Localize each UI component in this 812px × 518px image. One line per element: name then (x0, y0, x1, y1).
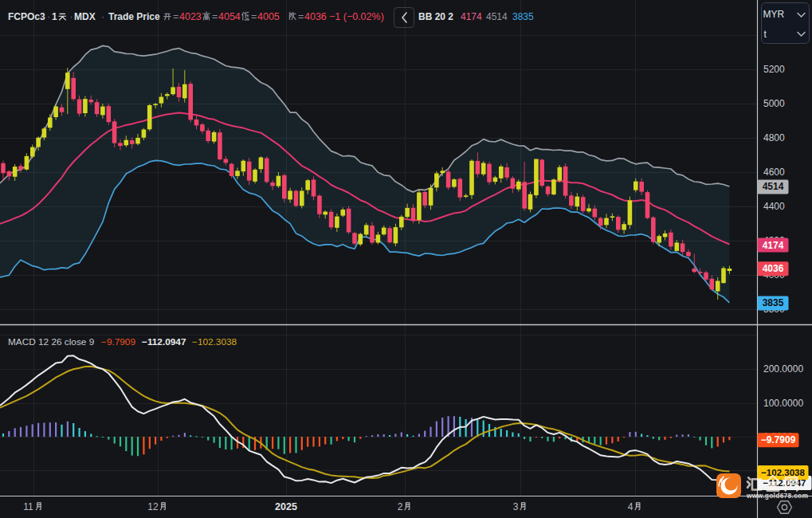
svg-text:3: 3 (513, 501, 519, 512)
svg-text:11: 11 (23, 501, 33, 512)
svg-text:www.gold678.com: www.gold678.com (746, 492, 808, 500)
svg-text:4: 4 (628, 501, 634, 512)
svg-text:3835: 3835 (763, 297, 784, 308)
svg-text:Trade Price: Trade Price (108, 11, 160, 22)
svg-text:MYR: MYR (763, 9, 785, 20)
svg-text:=: = (212, 11, 218, 22)
svg-text:FCPOc3: FCPOc3 (8, 11, 45, 22)
svg-text:5200: 5200 (763, 64, 785, 75)
svg-text:−9.7909: −9.7909 (101, 336, 135, 347)
svg-text:200.0000: 200.0000 (763, 363, 803, 375)
svg-text:100.0000: 100.0000 (763, 398, 803, 409)
svg-text:4036: 4036 (763, 263, 784, 274)
svg-text:4514: 4514 (486, 11, 508, 22)
svg-text:4054: 4054 (218, 11, 241, 22)
svg-text:3835: 3835 (512, 11, 534, 22)
svg-text:=: = (251, 11, 257, 22)
svg-text:4800: 4800 (763, 132, 785, 143)
svg-text:4400: 4400 (763, 201, 785, 212)
svg-text:−102.3038: −102.3038 (192, 336, 237, 347)
svg-text:·: · (101, 11, 104, 22)
svg-text:4005: 4005 (257, 11, 280, 22)
svg-text:5000: 5000 (763, 98, 785, 109)
svg-text:MACD 12 26 close 9: MACD 12 26 close 9 (8, 336, 94, 347)
svg-text:4023: 4023 (179, 11, 202, 22)
svg-text:MDX: MDX (74, 11, 96, 22)
svg-text:4600: 4600 (763, 167, 785, 178)
svg-text:BB 20 2: BB 20 2 (418, 11, 453, 22)
svg-text:4174: 4174 (763, 240, 784, 251)
svg-text:−1 (−0.02%): −1 (−0.02%) (329, 11, 384, 22)
svg-text:−112.0947: −112.0947 (142, 336, 186, 347)
svg-text:4036: 4036 (304, 11, 327, 22)
svg-text:−102.3038: −102.3038 (761, 468, 805, 477)
svg-text:12: 12 (147, 501, 159, 512)
svg-text:4174: 4174 (461, 11, 482, 22)
svg-text:1: 1 (52, 11, 57, 22)
svg-text:2025: 2025 (275, 501, 297, 512)
svg-text:4514: 4514 (763, 181, 784, 192)
svg-text:·: · (47, 11, 50, 22)
svg-text:=: = (298, 11, 304, 22)
svg-text:2: 2 (398, 501, 403, 512)
svg-text:−9.7909: −9.7909 (761, 434, 796, 445)
svg-text:=: = (173, 11, 178, 22)
svg-text:·: · (70, 11, 73, 22)
